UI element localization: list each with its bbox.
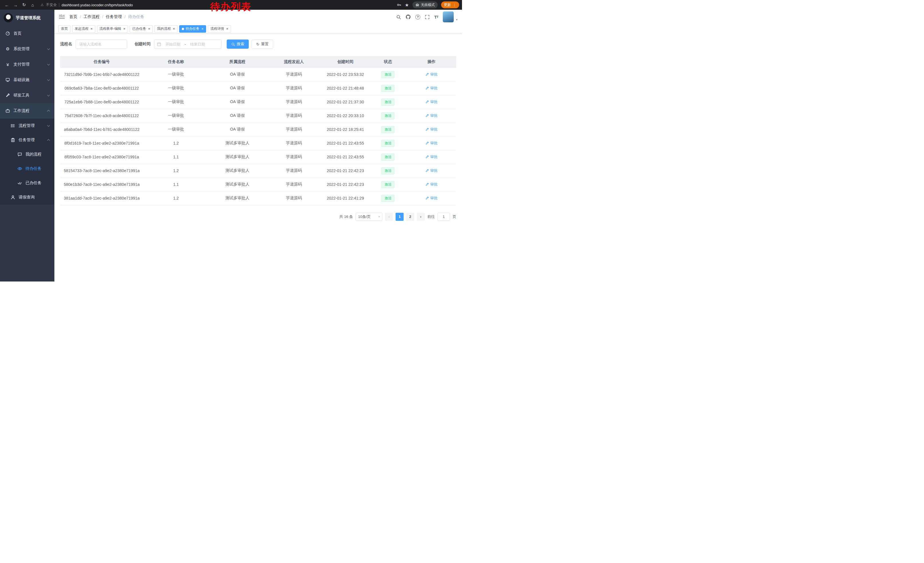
- cell-created: 2022-01-22 18:25:41: [321, 123, 369, 136]
- search-button[interactable]: 搜索: [227, 39, 249, 49]
- close-icon[interactable]: ×: [90, 27, 93, 31]
- approve-link[interactable]: 审批: [425, 99, 438, 105]
- breadcrumb-home[interactable]: 首页: [69, 14, 77, 20]
- sidebar-item-process-mgmt[interactable]: 流程管理: [0, 119, 54, 133]
- person-icon: [10, 195, 15, 200]
- forward-icon[interactable]: →: [12, 1, 20, 9]
- sidebar-item-payment-mgmt[interactable]: ¥ 支付管理: [0, 57, 54, 72]
- tab-done-tasks[interactable]: 已办任务 ×: [130, 25, 153, 33]
- close-icon[interactable]: ×: [226, 27, 228, 31]
- cell-created: 2022-01-22 20:33:10: [321, 109, 369, 123]
- workflow-submenu: 流程管理 任务管理 我的流程 待办任务: [0, 119, 54, 204]
- edit-icon: [425, 155, 429, 159]
- start-date-input[interactable]: [162, 42, 183, 47]
- process-name-input[interactable]: [76, 39, 127, 49]
- sidebar-fold-icon[interactable]: [59, 14, 65, 20]
- edit-icon: [425, 100, 429, 104]
- close-icon[interactable]: ×: [123, 27, 126, 31]
- sidebar-item-todo-tasks[interactable]: 待办任务: [0, 162, 54, 176]
- app-logo-row[interactable]: 芋道管理系统: [0, 10, 54, 26]
- cell-created: 2022-01-21 22:43:55: [321, 136, 369, 150]
- tab-todo-tasks[interactable]: 待办任务 ×: [179, 25, 206, 33]
- font-size-icon[interactable]: TT: [434, 15, 438, 20]
- page-size-select[interactable]: 10条/页 ▾: [356, 213, 382, 221]
- caret-down-icon: ▾: [378, 215, 380, 218]
- update-button[interactable]: 更新 ⋮: [441, 2, 459, 8]
- cell-task-id: a6aba0a4-7b6d-11ec-b781-acde48001122: [60, 123, 143, 136]
- sidebar-item-home[interactable]: 首页: [0, 26, 54, 41]
- tab-start-process[interactable]: 发起流程 ×: [72, 25, 95, 33]
- table-row: 580e1b3d-7ac8-11ec-a9e2-a2380e71991a 1.1…: [60, 177, 456, 191]
- cell-status: 激活: [369, 177, 406, 191]
- payment-icon: ¥: [5, 62, 10, 67]
- breadcrumb-task-mgmt[interactable]: 任务管理: [106, 14, 122, 20]
- cell-task-name: 1.2: [143, 136, 208, 150]
- page-button-2[interactable]: 2: [406, 213, 414, 221]
- next-page-button[interactable]: ›: [417, 213, 425, 221]
- sidebar-item-task-mgmt[interactable]: 任务管理: [0, 133, 54, 147]
- key-icon[interactable]: [397, 3, 401, 7]
- cell-task-id: 75d72608-7b7f-11ec-a3c8-acde48001122: [60, 109, 143, 123]
- chevron-down-icon: [47, 78, 50, 81]
- dashboard-icon: [5, 31, 10, 36]
- close-icon[interactable]: ×: [201, 27, 204, 31]
- tab-my-processes[interactable]: 我的流程 ×: [154, 25, 178, 33]
- cell-initiator: 芋道源码: [266, 68, 322, 81]
- breadcrumb-workflow[interactable]: 工作流程: [84, 14, 100, 20]
- goto-page-input[interactable]: [437, 213, 450, 221]
- breadcrumb-todo-tasks: 待办任务: [128, 14, 144, 20]
- tab-process-detail[interactable]: 流程详情 ×: [208, 25, 231, 33]
- home-icon[interactable]: ⌂: [28, 1, 37, 9]
- date-range-picker[interactable]: -: [154, 39, 222, 49]
- help-icon[interactable]: ?: [416, 15, 420, 20]
- approve-link[interactable]: 审批: [425, 141, 438, 146]
- approve-link[interactable]: 审批: [425, 182, 438, 187]
- table-body: 73211d9d-7b9b-11ec-b5b7-acde48001122 一级审…: [60, 68, 456, 205]
- fullscreen-icon[interactable]: [425, 15, 430, 20]
- approve-link[interactable]: 审批: [425, 168, 438, 173]
- tab-home[interactable]: 首页: [58, 25, 70, 33]
- chevron-up-icon: [47, 110, 50, 113]
- sidebar-item-done-tasks[interactable]: 已办任务: [0, 176, 54, 190]
- sidebar-item-dev-tools[interactable]: 研发工具: [0, 88, 54, 103]
- github-icon[interactable]: [406, 14, 411, 20]
- edit-icon: [425, 196, 429, 200]
- reload-icon[interactable]: ↻: [20, 1, 28, 9]
- sidebar-item-system-mgmt[interactable]: ⚙ 系统管理: [0, 41, 54, 57]
- calendar-icon: [157, 42, 161, 47]
- sidebar-item-infrastructure[interactable]: 基础设施: [0, 72, 54, 88]
- back-icon[interactable]: ←: [3, 1, 11, 9]
- approve-link[interactable]: 审批: [425, 113, 438, 118]
- sidebar-item-workflow[interactable]: 工作流程: [0, 103, 54, 119]
- cell-status: 激活: [369, 164, 406, 177]
- caret-down-icon[interactable]: ▾: [456, 18, 458, 23]
- close-icon[interactable]: ×: [173, 27, 175, 31]
- update-label: 更新: [444, 3, 451, 8]
- prev-page-button[interactable]: ‹: [385, 213, 393, 221]
- end-date-input[interactable]: [187, 42, 208, 47]
- avatar[interactable]: [443, 12, 454, 23]
- chevron-down-icon: [47, 94, 50, 96]
- search-icon[interactable]: [396, 15, 401, 20]
- bookmark-star-icon[interactable]: ★: [405, 2, 409, 8]
- gear-icon: ⚙: [5, 47, 10, 51]
- close-icon[interactable]: ×: [148, 27, 150, 31]
- approve-link[interactable]: 审批: [425, 195, 438, 201]
- approve-link[interactable]: 审批: [425, 72, 438, 77]
- sidebar-item-leave-query[interactable]: 请假查询: [0, 190, 54, 204]
- reset-button[interactable]: ↻ 重置: [252, 39, 273, 49]
- approve-link[interactable]: 审批: [425, 86, 438, 91]
- approve-link[interactable]: 审批: [425, 127, 438, 132]
- sidebar-item-label: 系统管理: [14, 47, 30, 51]
- cell-task-id: 381aa1dd-7ac8-11ec-a9e2-a2380e71991a: [60, 191, 143, 205]
- cell-process: 测试多审批人: [208, 191, 266, 205]
- tab-process-form-edit[interactable]: 流程表单-编辑 ×: [97, 25, 128, 33]
- cell-created: 2022-01-22 23:53:32: [321, 68, 369, 81]
- range-separator: -: [184, 42, 186, 47]
- sidebar-item-my-processes[interactable]: 我的流程: [0, 147, 54, 162]
- page-button-1[interactable]: 1: [396, 213, 404, 221]
- cell-task-name: 1.1: [143, 150, 208, 164]
- cell-initiator: 芋道源码: [266, 150, 322, 164]
- cell-action: 审批: [407, 177, 456, 191]
- approve-link[interactable]: 审批: [425, 155, 438, 159]
